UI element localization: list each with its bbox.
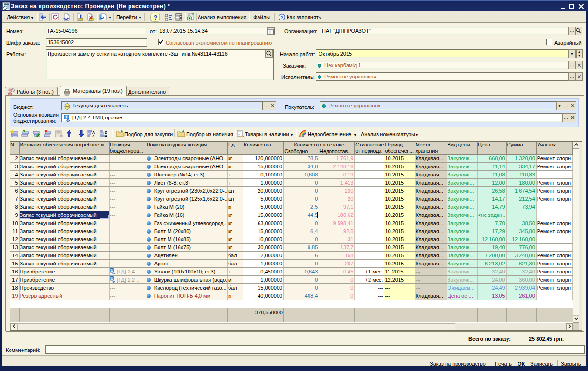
svg-text:A: A bbox=[92, 131, 95, 134]
svg-text:A: A bbox=[105, 134, 107, 137]
svg-text:OK: OK bbox=[60, 135, 63, 137]
svg-text:1: 1 bbox=[111, 277, 113, 280]
svg-text:Z: Z bbox=[92, 134, 95, 137]
svg-text:Z: Z bbox=[105, 131, 107, 134]
svg-text:1: 1 bbox=[65, 115, 68, 119]
svg-text:1: 1 bbox=[111, 269, 113, 272]
svg-text:?: ? bbox=[280, 15, 283, 20]
svg-text:?: ? bbox=[154, 14, 158, 21]
